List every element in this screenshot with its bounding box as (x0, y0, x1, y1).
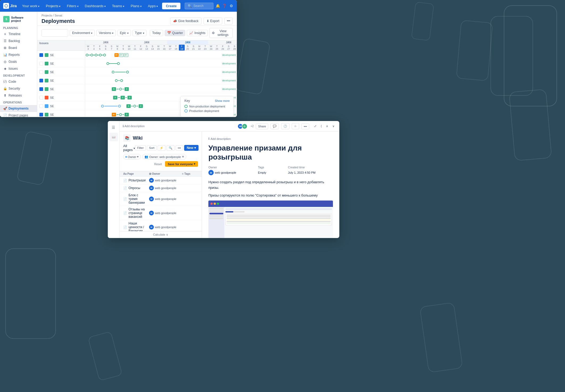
notifications-button[interactable]: 🔔 (216, 2, 220, 10)
owner-value-chip[interactable]: 👥 Owner: web goodpeople ✕ (142, 154, 186, 160)
nav-up-button[interactable]: ∧ (324, 124, 330, 128)
filters-chevron (77, 4, 79, 8)
reset-button[interactable]: Reset (152, 162, 163, 166)
sidebar-security-label: Security (9, 87, 20, 90)
jira-sidebar: S Software project PLANNING ≡ Timeline ☰… (0, 12, 37, 117)
list-item[interactable]: 📄Наши ценности / Вакансии wweb goodpeopl… (119, 220, 202, 231)
nav-apps[interactable]: Apps (146, 3, 160, 9)
sidebar-item-board[interactable]: ⊞ Board (0, 44, 37, 51)
list-item[interactable]: 📄Розыгрыши wweb goodpeople (119, 177, 202, 184)
wiki-topbar: ℹ Add description W G +2 Share 💬 🕐 ☆ •••… (119, 121, 339, 132)
epic-filter[interactable]: Epic (117, 30, 131, 36)
pages-table[interactable]: Aa Page ⊞ Owner ≡ Tags 📄Розыгрыши wweb g… (119, 171, 202, 231)
day-t25: T25 (214, 45, 220, 51)
more-button[interactable]: ••• (301, 123, 309, 129)
wiki-sidebar-logo[interactable]: 📖 (109, 133, 118, 141)
more-options-button[interactable]: ••• (224, 18, 233, 24)
nav-projects[interactable]: Projects (44, 3, 63, 9)
help-button[interactable]: ❓ (222, 2, 227, 10)
type-filter[interactable]: Type (133, 30, 147, 36)
plans-chevron (140, 4, 142, 8)
all-pages-button[interactable]: All pages (123, 144, 135, 152)
article-paragraph-2: Призы сортируются по полю "Сортировка" о… (208, 193, 333, 198)
sidebar-item-goals[interactable]: ◎ Goals (0, 58, 37, 65)
nav-plans[interactable]: Plans (129, 3, 144, 9)
issue-checkbox[interactable] (39, 113, 43, 116)
wiki-sidebar-menu[interactable]: ☰ (109, 123, 118, 132)
breadcrumb-space[interactable]: Senat (55, 14, 62, 17)
sidebar-item-timeline[interactable]: ≡ Timeline (0, 31, 37, 37)
today-button[interactable]: Today (150, 30, 163, 36)
list-item[interactable]: 📄Отзывы на странице вакансий wweb goodpe… (119, 206, 202, 220)
issues-search[interactable] (42, 29, 68, 37)
versions-filter[interactable]: Versions (96, 30, 116, 36)
table-row[interactable]: SE development (37, 59, 237, 68)
new-page-button[interactable]: New ▾ (184, 145, 199, 151)
timeline-container[interactable]: Issues JAN JAN JAN JAN W3 T4 F5 S6 (37, 40, 237, 116)
sidebar-item-issues[interactable]: ◈ Issues (0, 65, 37, 72)
sidebar-item-project-pages[interactable]: 📄 Project pages (0, 112, 37, 117)
star-button[interactable]: ☆ (292, 123, 299, 129)
give-feedback-button[interactable]: 📣 Give feedback (170, 18, 201, 24)
issue-checkbox[interactable] (39, 79, 43, 82)
issue-checkbox[interactable] (39, 70, 43, 74)
insights-button[interactable]: 📈 Insights (187, 30, 208, 36)
table-row[interactable]: SE development (37, 76, 237, 85)
issue-checkbox[interactable] (39, 96, 43, 99)
sidebar-item-security[interactable]: 🔒 Security (0, 85, 37, 92)
sort-button[interactable]: Sort (147, 145, 156, 151)
wiki-article[interactable]: ℹ Add description Управление призами для… (202, 132, 339, 238)
issue-checkbox[interactable] (39, 87, 43, 91)
view-settings-button[interactable]: ⚙ View settings (209, 28, 233, 38)
avatar-stack: W G (237, 123, 248, 129)
sidebar-item-code[interactable]: ⟨/⟩ Code (0, 78, 37, 85)
save-for-everyone-button[interactable]: Save for everyone ▾ (165, 161, 198, 167)
nav-your-work[interactable]: Your work (20, 3, 42, 9)
sidebar-item-reports[interactable]: 📊 Reports (0, 51, 37, 58)
expand-button[interactable]: ⤢ (312, 124, 318, 128)
list-item[interactable]: 📄Блок с тремя баннерами wweb goodpeople (119, 192, 202, 206)
history-button[interactable]: 🕐 (281, 123, 290, 129)
nav-dashboards[interactable]: Dashboards (83, 3, 108, 9)
lightning-button[interactable]: ⚡ (158, 145, 166, 151)
settings-button[interactable]: ⚙ (229, 2, 234, 10)
export-button[interactable]: ⬇ Export (204, 18, 222, 24)
nav-filters[interactable]: Filters (65, 3, 80, 9)
show-more-link[interactable]: Show more (215, 99, 230, 102)
more-wiki-button[interactable]: ••• (176, 145, 183, 151)
share-button[interactable]: Share (256, 123, 268, 129)
nav-down-button[interactable]: ∨ (331, 124, 336, 128)
filter-button[interactable]: Filter (135, 145, 146, 151)
breadcrumb-projects[interactable]: Projects (42, 14, 52, 17)
table-row[interactable]: SE (37, 51, 237, 59)
sidebar-project-pages-label: Project pages (9, 114, 28, 117)
legend-item-nonprod: Non-production deployment (184, 105, 230, 108)
collapse-button[interactable]: ⟨ (319, 124, 323, 128)
sidebar-item-deployments[interactable]: 🚀 Deployments (0, 105, 37, 112)
sidebar-item-backlog[interactable]: ☰ Backlog (0, 37, 37, 44)
sidebar-backlog-label: Backlog (9, 39, 20, 43)
env-chevron (91, 31, 92, 35)
table-row[interactable]: SE development (37, 68, 237, 76)
owner-filter-chip[interactable]: Owner ▾ (123, 154, 141, 160)
issue-checkbox[interactable] (39, 62, 43, 65)
search-bar[interactable]: 🔍 Search (185, 3, 213, 9)
month-jan-2: JAN (126, 40, 167, 44)
table-row[interactable]: SE 6 3 development (37, 85, 237, 93)
calculate-row[interactable]: Calculate ∨ (119, 231, 202, 238)
nav-teams[interactable]: Teams (110, 3, 126, 9)
sidebar-item-releases[interactable]: ⬆ Releases (0, 92, 37, 99)
ss-table-row (226, 223, 331, 224)
issue-key: SE (50, 53, 54, 57)
search-wiki-button[interactable]: 🔍 (167, 145, 175, 151)
sidebar-timeline-label: Timeline (9, 32, 20, 36)
ss-dot-red (211, 203, 213, 205)
ss-filter-row (225, 211, 332, 212)
create-button[interactable]: Create (162, 3, 180, 9)
quarter-button[interactable]: 📅 Quarter (165, 30, 185, 36)
issue-checkbox[interactable] (39, 53, 43, 57)
issue-checkbox[interactable] (39, 104, 43, 108)
list-item[interactable]: 📄Опросы wweb goodpeople (119, 184, 202, 192)
comment-button[interactable]: 💬 (270, 123, 279, 129)
environment-filter[interactable]: Environment (70, 30, 95, 36)
